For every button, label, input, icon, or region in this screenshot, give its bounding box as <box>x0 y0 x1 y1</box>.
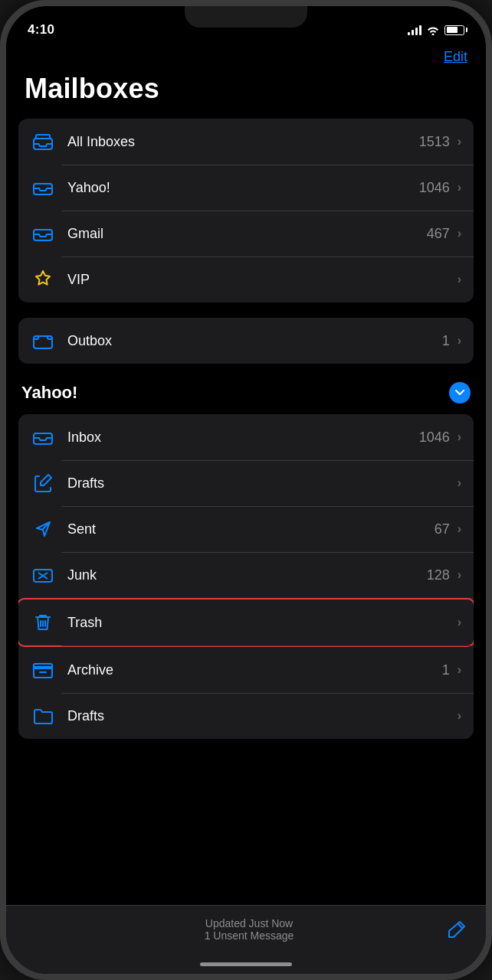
mailbox-item-gmail[interactable]: Gmail 467 › <box>18 211 474 256</box>
bottom-status: Updated Just Now 1 Unsent Message <box>52 917 446 942</box>
outbox-section: Outbox 1 › <box>18 318 474 364</box>
yahoo-sent-count: 67 <box>435 521 450 537</box>
yahoo-section-title: Yahoo! <box>21 383 77 403</box>
yahoo-sent-chevron: › <box>458 522 461 536</box>
compose-button[interactable] <box>446 919 467 940</box>
yahoo-section: Yahoo! <box>18 379 474 739</box>
signal-bars-icon <box>408 24 421 35</box>
yahoo-inbox-icon <box>31 175 55 200</box>
unsent-message-status: 1 Unsent Message <box>52 929 446 942</box>
yahoo-archive-item[interactable]: Archive 1 › <box>18 647 474 693</box>
status-time: 4:10 <box>28 22 54 38</box>
yahoo-collapse-button[interactable] <box>449 382 471 403</box>
phone-screen: 4:10 Edit Mailboxes <box>6 6 486 974</box>
yahoo-count: 1046 <box>419 180 450 196</box>
yahoo-inbox-folder-icon <box>31 425 55 449</box>
page-title-area: Mailboxes <box>6 73 486 119</box>
status-icons <box>408 24 464 35</box>
yahoo-drafts-top-chevron: › <box>458 476 461 490</box>
all-inboxes-chevron: › <box>458 135 461 149</box>
mailbox-item-yahoo[interactable]: Yahoo! 1046 › <box>18 165 474 211</box>
gmail-chevron: › <box>458 227 461 240</box>
inbox-stacked-icon <box>31 129 55 154</box>
page-title: Mailboxes <box>25 73 467 105</box>
header: Edit <box>6 43 486 73</box>
yahoo-inbox-count: 1046 <box>419 430 450 446</box>
yahoo-trash-chevron: › <box>458 616 461 629</box>
yahoo-junk-item[interactable]: Junk 128 › <box>18 552 474 598</box>
home-indicator <box>200 962 292 966</box>
yahoo-sent-item[interactable]: Sent 67 › <box>18 506 474 552</box>
yahoo-sent-label: Sent <box>67 521 435 537</box>
yahoo-drafts-bottom-chevron: › <box>458 709 461 723</box>
wifi-icon <box>426 24 440 35</box>
edit-button[interactable]: Edit <box>444 49 467 65</box>
yahoo-drafts-top-label: Drafts <box>67 475 450 492</box>
main-mailboxes-section: All Inboxes 1513 › Yahoo! 1046 › <box>18 119 474 302</box>
yahoo-inbox-label: Inbox <box>67 430 419 446</box>
gmail-label: Gmail <box>67 226 427 242</box>
junk-icon <box>31 563 55 587</box>
yahoo-label: Yahoo! <box>67 180 419 196</box>
drafts-folder-icon <box>31 704 55 728</box>
outbox-label: Outbox <box>67 333 442 349</box>
update-status: Updated Just Now <box>52 917 446 929</box>
yahoo-inbox-item[interactable]: Inbox 1046 › <box>18 414 474 460</box>
yahoo-trash-item[interactable]: Trash › <box>18 598 474 647</box>
mailbox-item-vip[interactable]: VIP › <box>18 256 474 302</box>
yahoo-mailboxes-section: Inbox 1046 › Drafts › <box>18 414 474 739</box>
mailbox-item-outbox[interactable]: Outbox 1 › <box>18 318 474 364</box>
mailbox-item-all-inboxes[interactable]: All Inboxes 1513 › <box>18 119 474 165</box>
yahoo-archive-count: 1 <box>442 662 450 678</box>
yahoo-section-header: Yahoo! <box>18 379 474 411</box>
yahoo-junk-chevron: › <box>458 568 461 582</box>
outbox-chevron: › <box>458 334 461 348</box>
all-inboxes-count: 1513 <box>419 134 450 150</box>
yahoo-drafts-top-item[interactable]: Drafts › <box>18 460 474 506</box>
gmail-inbox-icon <box>31 221 55 246</box>
scroll-content: All Inboxes 1513 › Yahoo! 1046 › <box>6 119 486 933</box>
gmail-count: 467 <box>427 226 450 242</box>
outbox-count: 1 <box>442 333 450 349</box>
vip-star-icon <box>31 267 55 292</box>
status-bar: 4:10 <box>6 6 486 43</box>
yahoo-drafts-bottom-item[interactable]: Drafts › <box>18 693 474 739</box>
archive-icon <box>31 658 55 682</box>
battery-icon <box>444 25 464 35</box>
sent-icon <box>31 517 55 541</box>
yahoo-junk-count: 128 <box>427 567 450 583</box>
phone-frame: 4:10 Edit Mailboxes <box>0 0 492 980</box>
vip-label: VIP <box>67 272 450 288</box>
yahoo-junk-label: Junk <box>67 567 427 583</box>
yahoo-archive-chevron: › <box>458 663 461 677</box>
svg-rect-3 <box>34 336 52 348</box>
yahoo-drafts-bottom-label: Drafts <box>67 708 450 724</box>
trash-icon <box>31 610 55 635</box>
yahoo-trash-label: Trash <box>67 615 450 631</box>
yahoo-chevron: › <box>458 181 461 194</box>
yahoo-inbox-chevron: › <box>458 430 461 444</box>
drafts-icon <box>31 471 55 495</box>
outbox-folder-icon <box>31 328 55 353</box>
vip-chevron: › <box>458 273 461 286</box>
yahoo-archive-label: Archive <box>67 662 442 678</box>
all-inboxes-label: All Inboxes <box>67 134 419 150</box>
